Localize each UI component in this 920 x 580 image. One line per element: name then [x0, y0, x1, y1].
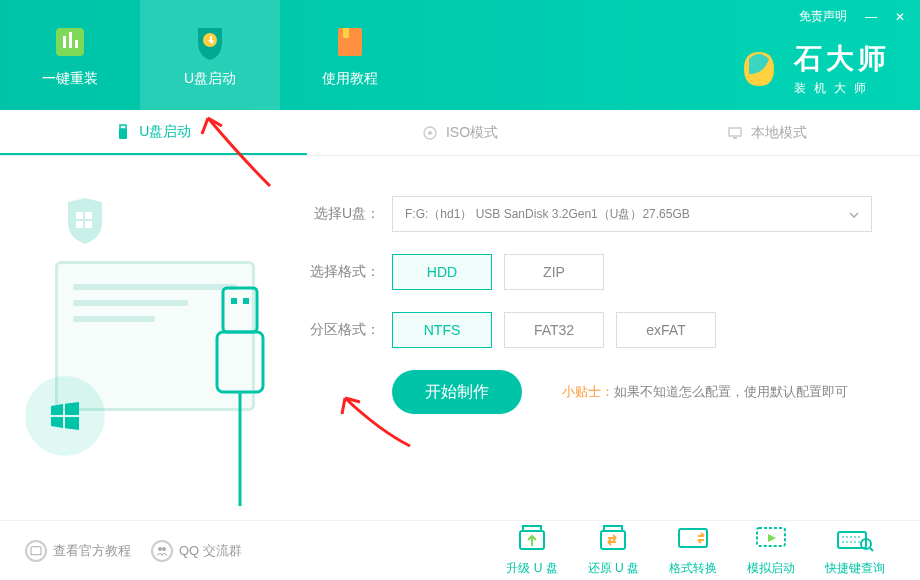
settings-form: 选择U盘： F:G:（hd1） USB SanDisk 3.2Gen1（U盘）2… — [310, 196, 890, 414]
minimize-button[interactable]: — — [865, 10, 877, 24]
format-zip-button[interactable]: ZIP — [504, 254, 604, 290]
svg-rect-14 — [85, 212, 92, 219]
svg-point-10 — [428, 131, 432, 135]
nav-label: U盘启动 — [184, 70, 236, 88]
start-create-button[interactable]: 开始制作 — [392, 370, 522, 414]
svg-rect-27 — [679, 529, 707, 547]
iso-icon — [422, 125, 438, 141]
logo-title: 石大师 — [794, 40, 890, 78]
monitor-icon — [727, 125, 743, 141]
people-icon — [151, 540, 173, 562]
svg-rect-13 — [76, 212, 83, 219]
book-icon — [330, 22, 370, 62]
footer-link-label: 查看官方教程 — [53, 542, 131, 560]
svg-rect-5 — [338, 28, 362, 56]
svg-rect-12 — [733, 137, 737, 139]
svg-rect-19 — [243, 298, 249, 304]
svg-point-22 — [162, 547, 166, 551]
logo-subtitle: 装机大师 — [794, 80, 890, 97]
nav-tab-usb-boot[interactable]: U盘启动 — [140, 0, 280, 110]
nav-label: 使用教程 — [322, 70, 378, 88]
usb-icon — [115, 124, 131, 140]
subtab-usb-boot[interactable]: U盘启动 — [0, 110, 307, 155]
titlebar: 免责声明 — ✕ — [799, 8, 905, 25]
keyboard-search-icon — [836, 524, 874, 554]
svg-rect-16 — [85, 221, 92, 228]
usb-select-value: F:G:（hd1） USB SanDisk 3.2Gen1（U盘）27.65GB — [405, 206, 690, 223]
fs-fat32-button[interactable]: FAT32 — [504, 312, 604, 348]
nav-tab-tutorial[interactable]: 使用教程 — [280, 0, 420, 110]
qq-group-link[interactable]: QQ 交流群 — [151, 540, 242, 562]
svg-rect-1 — [63, 36, 66, 48]
tool-format-convert[interactable]: 格式转换 — [669, 524, 717, 577]
usb-cable-icon — [205, 286, 275, 506]
chevron-down-icon — [849, 207, 859, 221]
app-header: 免责声明 — ✕ 一键重装 U盘启动 使用教程 石大 — [0, 0, 920, 110]
nav-tab-reinstall[interactable]: 一键重装 — [0, 0, 140, 110]
main-nav: 一键重装 U盘启动 使用教程 — [0, 0, 420, 110]
svg-rect-20 — [217, 332, 263, 392]
sub-tabs: U盘启动 ISO模式 本地模式 — [0, 110, 920, 156]
svg-rect-2 — [69, 32, 72, 48]
tip-label: 小贴士： — [562, 384, 614, 399]
subtab-iso-mode[interactable]: ISO模式 — [307, 110, 614, 155]
svg-rect-3 — [75, 40, 78, 48]
svg-rect-7 — [120, 125, 126, 129]
close-button[interactable]: ✕ — [895, 10, 905, 24]
tool-label: 升级 U 盘 — [506, 560, 557, 577]
simulate-icon — [752, 524, 790, 554]
subtab-label: 本地模式 — [751, 124, 807, 142]
windows-badge-icon — [60, 196, 110, 246]
svg-rect-11 — [729, 128, 741, 136]
svg-point-21 — [158, 547, 162, 551]
tool-label: 格式转换 — [669, 560, 717, 577]
reinstall-icon — [50, 22, 90, 62]
format-hdd-button[interactable]: HDD — [392, 254, 492, 290]
tool-shortcut-lookup[interactable]: 快捷键查询 — [825, 524, 885, 577]
fs-ntfs-button[interactable]: NTFS — [392, 312, 492, 348]
app-logo: 石大师 装机大师 — [734, 40, 890, 97]
main-content: 选择U盘： F:G:（hd1） USB SanDisk 3.2Gen1（U盘）2… — [0, 156, 920, 520]
fs-exfat-button[interactable]: exFAT — [616, 312, 716, 348]
svg-line-33 — [870, 548, 873, 551]
disclaimer-link[interactable]: 免责声明 — [799, 8, 847, 25]
footer-link-label: QQ 交流群 — [179, 542, 242, 560]
svg-rect-8 — [119, 129, 127, 139]
upgrade-usb-icon — [513, 524, 551, 554]
restore-usb-icon — [594, 524, 632, 554]
usb-shield-icon — [190, 22, 230, 62]
tool-label: 还原 U 盘 — [588, 560, 639, 577]
svg-rect-18 — [231, 298, 237, 304]
svg-rect-6 — [343, 28, 349, 38]
book-open-icon — [25, 540, 47, 562]
usb-illustration — [25, 186, 285, 476]
subtab-local-mode[interactable]: 本地模式 — [613, 110, 920, 155]
svg-rect-17 — [223, 288, 257, 332]
usb-select[interactable]: F:G:（hd1） USB SanDisk 3.2Gen1（U盘）27.65GB — [392, 196, 872, 232]
footer: 查看官方教程 QQ 交流群 升级 U 盘 还原 U 盘 格式转换 — [0, 520, 920, 580]
svg-rect-15 — [76, 221, 83, 228]
tool-label: 模拟启动 — [747, 560, 795, 577]
tool-simulate-boot[interactable]: 模拟启动 — [747, 524, 795, 577]
tool-label: 快捷键查询 — [825, 560, 885, 577]
tool-upgrade-usb[interactable]: 升级 U 盘 — [506, 524, 557, 577]
subtab-label: ISO模式 — [446, 124, 498, 142]
tool-restore-usb[interactable]: 还原 U 盘 — [588, 524, 639, 577]
tip-text: 小贴士：如果不知道怎么配置，使用默认配置即可 — [562, 383, 848, 401]
label-select-format: 选择格式： — [310, 263, 380, 281]
logo-icon — [734, 44, 784, 94]
subtab-label: U盘启动 — [139, 123, 191, 141]
convert-icon — [674, 524, 712, 554]
nav-label: 一键重装 — [42, 70, 98, 88]
label-partition-format: 分区格式： — [310, 321, 380, 339]
label-select-usb: 选择U盘： — [310, 205, 380, 223]
official-tutorial-link[interactable]: 查看官方教程 — [25, 540, 131, 562]
windows-circle-icon — [25, 376, 105, 456]
